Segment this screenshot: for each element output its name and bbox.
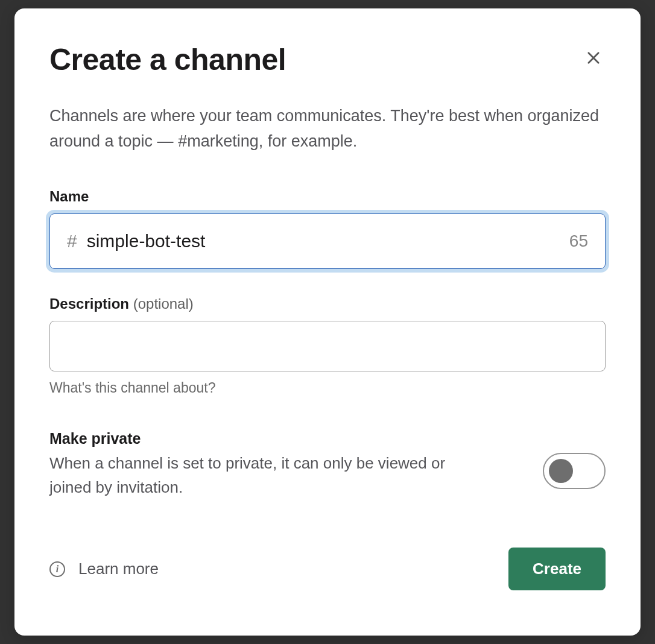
description-label-text: Description [49,295,129,312]
name-label: Name [49,188,606,205]
modal-title: Create a channel [49,42,286,77]
learn-more-link[interactable]: i Learn more [49,560,159,578]
private-section: Make private When a channel is set to pr… [49,430,606,500]
char-count: 65 [569,232,588,251]
name-field-group: Name # 65 [49,188,606,269]
learn-more-label: Learn more [78,560,159,578]
info-icon: i [49,561,65,577]
toggle-thumb [549,459,573,483]
description-optional: (optional) [133,295,194,312]
close-button[interactable] [581,46,606,72]
description-helper: What's this channel about? [49,380,606,396]
modal-description: Channels are where your team communicate… [49,104,606,154]
description-field-group: Description (optional) What's this chann… [49,295,606,396]
private-title: Make private [49,430,450,447]
close-icon [585,49,602,66]
hash-icon: # [67,231,77,251]
private-text: Make private When a channel is set to pr… [49,430,450,500]
create-channel-modal: Create a channel Channels are where your… [14,8,641,636]
create-button[interactable]: Create [508,548,606,590]
channel-name-input[interactable] [87,231,562,251]
private-description: When a channel is set to private, it can… [49,451,450,500]
channel-description-input[interactable] [49,321,606,371]
name-input-wrapper: # 65 [49,213,606,269]
modal-header: Create a channel [49,42,606,77]
private-toggle[interactable] [543,453,606,489]
modal-footer: i Learn more Create [49,548,606,590]
description-label: Description (optional) [49,295,606,312]
